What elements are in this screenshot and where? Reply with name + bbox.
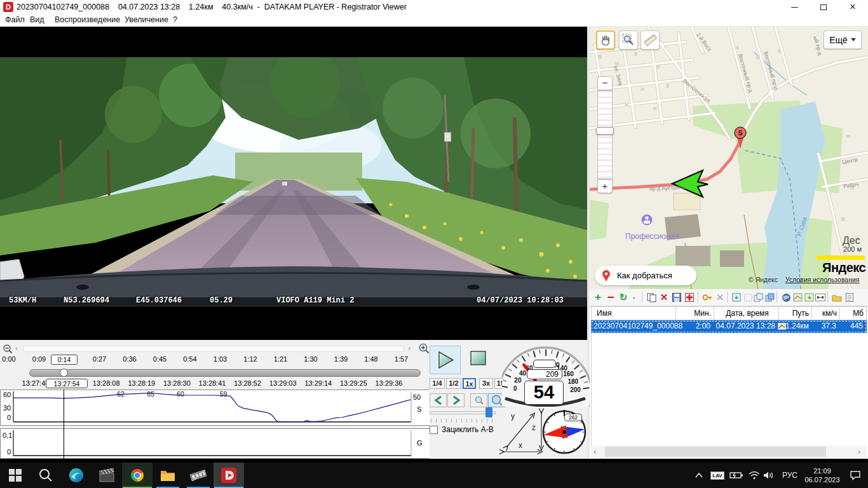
- map-view[interactable]: S ул. Зину 1-й Вост. Восточная ул. Восто…: [590, 27, 868, 289]
- map-pan-tool[interactable]: [596, 30, 615, 50]
- loop-ab-checkbox[interactable]: [430, 426, 438, 434]
- file-list-empty-area[interactable]: [591, 333, 867, 445]
- taskbar-explorer[interactable]: [153, 463, 183, 488]
- remove-file-icon[interactable]: −: [605, 292, 616, 303]
- tray-lav-filters[interactable]: LAV: [708, 463, 727, 488]
- col-datetime[interactable]: Дата, время: [719, 309, 776, 318]
- yandex-logo[interactable]: Яндекс: [822, 261, 865, 275]
- speed-chart[interactable]: 62656059 60 30 0 50 S: [0, 390, 433, 426]
- maximize-button[interactable]: [809, 0, 838, 14]
- video-viewport[interactable]: 53KM/H N53.269694 E45.037646 05.29 VIOFO…: [0, 27, 587, 340]
- tray-language[interactable]: РУС: [778, 463, 802, 488]
- folder-icon[interactable]: [831, 292, 843, 303]
- fit-width-icon[interactable]: [815, 292, 826, 303]
- file-row-selected[interactable]: 20230704102749_000088 2:00 04.07.2023 13…: [591, 320, 867, 333]
- volume-slider-thumb[interactable]: [485, 407, 492, 417]
- map-ruler-tool[interactable]: [641, 30, 660, 50]
- map-view-icon[interactable]: [792, 292, 803, 303]
- start-button[interactable]: [0, 463, 31, 488]
- chart-cursor-line[interactable]: [64, 390, 64, 459]
- col-path[interactable]: Путь: [782, 309, 809, 318]
- cursor-time-elapsed: 0:14: [51, 355, 78, 365]
- timeline-scroll-strip[interactable]: [23, 346, 404, 352]
- hscroll-right-arrow[interactable]: ›: [858, 447, 860, 456]
- tray-show-hidden[interactable]: [690, 463, 708, 488]
- tray-volume[interactable]: [760, 463, 778, 488]
- taskbar-video-editor[interactable]: [183, 463, 214, 488]
- minimize-button[interactable]: [780, 0, 809, 14]
- action-center-button[interactable]: [843, 463, 868, 488]
- clapperboard-icon: [98, 468, 115, 483]
- taskbar-datakam[interactable]: [214, 463, 244, 488]
- gsensor-chart[interactable]: 0,1 0 G: [0, 428, 433, 459]
- menu-file[interactable]: Файл: [5, 15, 25, 24]
- battery-charging-icon: [729, 471, 743, 479]
- timeline-slider-track[interactable]: [29, 369, 421, 377]
- close-button[interactable]: ×: [838, 0, 867, 14]
- google-earth-icon[interactable]: [780, 292, 792, 303]
- zoom-out-button[interactable]: [470, 393, 487, 407]
- col-size[interactable]: Мб: [842, 309, 864, 318]
- file-list-hscrollbar[interactable]: ‹ ›: [591, 445, 867, 459]
- map-copyright: © Яндекс: [749, 276, 778, 283]
- add-frame-icon[interactable]: +: [731, 292, 742, 303]
- volume-ticks: [431, 419, 497, 423]
- stop-button[interactable]: [470, 351, 487, 365]
- step-back-button[interactable]: [430, 393, 447, 407]
- taskbar-search-button[interactable]: [31, 463, 61, 488]
- play-button[interactable]: [430, 346, 461, 374]
- speed-half-button[interactable]: 1/2: [446, 378, 461, 389]
- menu-view[interactable]: Вид: [30, 15, 44, 24]
- step-forward-button[interactable]: [447, 393, 465, 407]
- key-icon[interactable]: [702, 292, 713, 303]
- save-icon[interactable]: [671, 292, 682, 303]
- map-zoom-slider[interactable]: [597, 90, 613, 179]
- map-terms-link[interactable]: Условия использования: [785, 276, 860, 283]
- magnifier-select-icon: [622, 34, 635, 46]
- delete-icon[interactable]: ✕: [658, 292, 670, 303]
- cascade-windows-icon[interactable]: [752, 292, 764, 303]
- col-minutes[interactable]: Мин.: [681, 309, 711, 318]
- timeline-zoom-in-icon[interactable]: [418, 342, 430, 354]
- add-file-icon[interactable]: +: [592, 292, 604, 303]
- speed-curve: [13, 393, 411, 423]
- copy-icon[interactable]: [646, 292, 657, 303]
- svg-text:0: 0: [513, 385, 517, 392]
- menu-help[interactable]: ?: [173, 15, 177, 24]
- cascade-active-icon[interactable]: [764, 292, 775, 303]
- col-speed[interactable]: км/ч: [814, 309, 837, 318]
- map-zoom-handle[interactable]: [596, 127, 614, 135]
- map-more-button[interactable]: Ещё: [824, 30, 862, 49]
- hscroll-thumb[interactable]: [605, 447, 826, 457]
- poi-professional-label[interactable]: Профессионал: [625, 232, 679, 241]
- tray-clock[interactable]: 21:09 06.07.2023: [802, 463, 843, 488]
- report-icon[interactable]: [844, 292, 855, 303]
- map-zoom-out-button[interactable]: −: [597, 76, 613, 90]
- timeline-label: 0:54: [183, 355, 196, 363]
- overlay-longitude: E45.037646: [136, 296, 182, 305]
- refresh-icon[interactable]: ↻: [618, 292, 629, 303]
- first-aid-icon[interactable]: [684, 292, 695, 303]
- taskbar-media-app[interactable]: [92, 463, 122, 488]
- menu-zoom[interactable]: Увеличение: [125, 15, 168, 24]
- file-table-header[interactable]: Имя Мин. Дата, время Путь км/ч Мб: [591, 306, 867, 320]
- tray-battery[interactable]: [727, 463, 746, 488]
- directions-button[interactable]: Как добраться: [595, 266, 696, 285]
- taskbar-edge[interactable]: [61, 463, 92, 488]
- timeline-zoom-out-icon[interactable]: [3, 344, 13, 354]
- poi-professional-icon[interactable]: [642, 215, 653, 226]
- hscroll-left-arrow[interactable]: ‹: [593, 447, 596, 456]
- speed-quarter-button[interactable]: 1/4: [430, 378, 445, 389]
- toolbar-dropdown-dot[interactable]: ·: [632, 292, 637, 303]
- speed-1x-button[interactable]: 1x: [463, 378, 476, 389]
- speed-3x-button[interactable]: 3x: [479, 378, 493, 389]
- timeline-scroll-right[interactable]: ›: [408, 344, 410, 353]
- timeline-scroll-left[interactable]: ‹: [15, 344, 18, 353]
- taskbar-chrome[interactable]: [122, 463, 153, 488]
- timeline-slider-thumb[interactable]: [60, 369, 68, 377]
- map-zoom-select-tool[interactable]: [619, 30, 638, 50]
- menu-playback[interactable]: Воспроизведение: [55, 15, 120, 24]
- map-add-icon[interactable]: +: [803, 292, 815, 303]
- map-zoom-in-button[interactable]: +: [597, 179, 613, 193]
- col-name[interactable]: Имя: [597, 309, 611, 318]
